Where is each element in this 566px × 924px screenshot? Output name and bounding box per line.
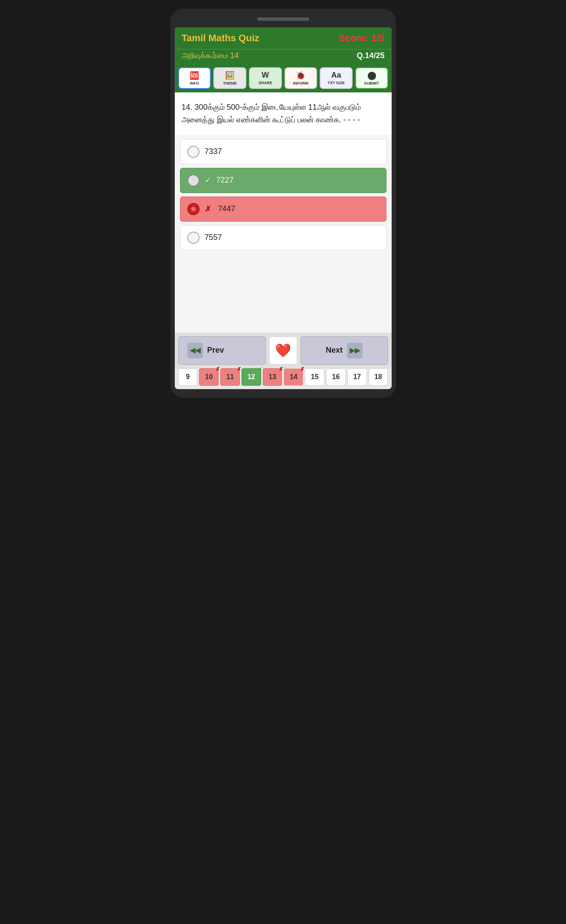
score-display: Score: 1/5 bbox=[339, 33, 384, 44]
page-12[interactable]: ✓ 12 bbox=[242, 368, 261, 386]
question-text: 14. 300க்கும் 500-க்கும் இடையேயுள்ள 11ஆல… bbox=[182, 103, 361, 124]
page-18[interactable]: 18 bbox=[369, 368, 388, 386]
prev-icon: ◀◀ bbox=[187, 343, 203, 358]
share-icon: W bbox=[262, 71, 269, 80]
score-value: 1/5 bbox=[371, 33, 385, 43]
badge-10: ✗ bbox=[216, 366, 220, 372]
page-numbers: 9 ✗ 10 ✗ 11 ✓ 12 ✗ 13 ✗ 14 1 bbox=[175, 368, 392, 389]
inform-button[interactable]: 🐞 INFORM bbox=[285, 67, 317, 89]
option-d-label: 7557 bbox=[205, 233, 222, 242]
header-subtitle-row: அறிவுக்கூர்மை 14 Q.14/25 bbox=[175, 49, 392, 65]
share-label: SHARE bbox=[258, 81, 272, 85]
app-title: Tamil Maths Quiz bbox=[182, 33, 259, 44]
spacer-area bbox=[175, 255, 392, 333]
share-button[interactable]: W SHARE bbox=[249, 67, 282, 89]
page-10[interactable]: ✗ 10 bbox=[199, 368, 219, 386]
page-11[interactable]: ✗ 11 bbox=[220, 368, 240, 386]
prev-label: Prev bbox=[207, 346, 224, 355]
option-b-label: 7227 bbox=[216, 176, 234, 185]
txtsize-icon: Aa bbox=[331, 71, 341, 80]
heart-icon: ❤️ bbox=[275, 343, 291, 358]
check-icon: ✓ bbox=[205, 176, 210, 184]
txtsize-button[interactable]: Aa TXT SIZE bbox=[320, 67, 353, 89]
page-17[interactable]: 17 bbox=[347, 368, 367, 386]
submit-icon: ⬤ bbox=[367, 71, 376, 80]
txtsize-label: TXT SIZE bbox=[327, 81, 345, 85]
score-label: Score: bbox=[339, 33, 371, 43]
nav-bar: ◀◀ Prev ❤️ Next ▶▶ bbox=[175, 333, 392, 368]
badge-14: ✗ bbox=[300, 366, 304, 372]
info-label: INFO bbox=[190, 81, 200, 85]
page-9[interactable]: 9 bbox=[178, 368, 198, 386]
app-container: Tamil Maths Quiz Score: 1/5 அறிவுக்கூர்ம… bbox=[175, 27, 392, 389]
radio-c bbox=[187, 203, 200, 215]
subtitle-text: அறிவுக்கூர்மை 14 bbox=[182, 51, 239, 60]
inform-icon: 🐞 bbox=[296, 71, 305, 80]
theme-label: THEME bbox=[223, 81, 237, 85]
prev-button[interactable]: ◀◀ Prev bbox=[178, 336, 266, 365]
next-label: Next bbox=[326, 346, 343, 355]
inform-label: INFORM bbox=[293, 81, 309, 85]
option-c[interactable]: ✗ 7447 bbox=[180, 197, 386, 222]
phone-notch bbox=[257, 17, 309, 21]
theme-button[interactable]: 🖼️ THEME bbox=[213, 67, 246, 89]
radio-c-inner bbox=[191, 207, 196, 211]
toolbar: 🆘 INFO 🖼️ THEME W SHARE 🐞 INFORM Aa TXT … bbox=[175, 65, 392, 92]
option-b[interactable]: ✓ 7227 bbox=[180, 168, 386, 193]
option-d[interactable]: 7557 bbox=[180, 225, 386, 250]
badge-12: ✓ bbox=[258, 366, 262, 372]
x-icon: ✗ bbox=[205, 204, 211, 214]
option-a[interactable]: 7337 bbox=[180, 139, 386, 164]
question-counter: Q.14/25 bbox=[357, 51, 384, 60]
phone-frame: Tamil Maths Quiz Score: 1/5 அறிவுக்கூர்ம… bbox=[170, 9, 396, 398]
option-c-label: 7447 bbox=[218, 204, 236, 213]
radio-a bbox=[187, 146, 200, 158]
badge-13: ✗ bbox=[279, 366, 283, 372]
info-icon: 🆘 bbox=[190, 71, 199, 80]
next-button[interactable]: Next ▶▶ bbox=[301, 336, 388, 365]
page-14[interactable]: ✗ 14 bbox=[284, 368, 303, 386]
badge-11: ✗ bbox=[237, 366, 241, 372]
info-button[interactable]: 🆘 INFO bbox=[178, 67, 211, 89]
options-area: 7337 ✓ 7227 ✗ 7447 7557 bbox=[175, 135, 392, 255]
heart-button[interactable]: ❤️ bbox=[269, 337, 297, 364]
header-title-row: Tamil Maths Quiz Score: 1/5 bbox=[175, 27, 392, 49]
next-icon: ▶▶ bbox=[347, 343, 363, 358]
question-area: 14. 300க்கும் 500-க்கும் இடையேயுள்ள 11ஆல… bbox=[175, 92, 392, 135]
option-a-label: 7337 bbox=[205, 147, 222, 156]
submit-label: SUBMIT bbox=[364, 81, 379, 85]
theme-icon: 🖼️ bbox=[225, 71, 235, 80]
page-16[interactable]: 16 bbox=[326, 368, 346, 386]
submit-button[interactable]: ⬤ SUBMIT bbox=[355, 67, 388, 89]
page-15[interactable]: 15 bbox=[305, 368, 324, 386]
radio-b bbox=[187, 174, 200, 187]
radio-d bbox=[187, 232, 200, 244]
page-13[interactable]: ✗ 13 bbox=[263, 368, 282, 386]
